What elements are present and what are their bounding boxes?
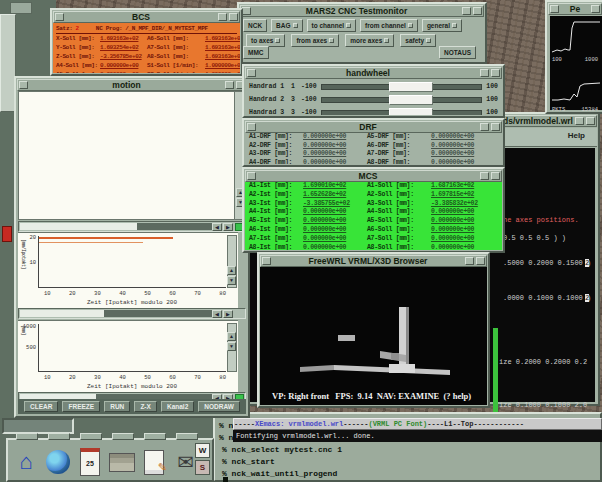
scroll-down-icon[interactable]: ▼ bbox=[227, 342, 236, 351]
file-manager-icon[interactable] bbox=[108, 446, 136, 478]
minimize-button[interactable] bbox=[480, 123, 489, 131]
subpanel-tab[interactable] bbox=[176, 433, 198, 440]
minimize-button[interactable] bbox=[480, 172, 489, 180]
maximize-button[interactable] bbox=[491, 172, 500, 180]
subpanel-tab[interactable] bbox=[48, 433, 70, 440]
maximize-button[interactable] bbox=[229, 13, 238, 21]
testmonitor-window[interactable]: MARS2 CNC Testmonitor NCK BAG to channel… bbox=[237, 2, 487, 64]
minimize-button[interactable] bbox=[462, 7, 471, 15]
slider-thumb[interactable] bbox=[389, 108, 433, 116]
scroll-right-icon[interactable]: ▶ bbox=[223, 310, 233, 318]
run-button[interactable]: RUN bbox=[104, 401, 130, 412]
titlebar[interactable]: handwheel bbox=[245, 67, 502, 79]
window-menu-icon[interactable] bbox=[550, 5, 559, 13]
maximize-button[interactable] bbox=[476, 257, 485, 265]
scroll-left-icon[interactable]: ◀ bbox=[212, 223, 222, 231]
titlebar[interactable]: motion bbox=[17, 79, 247, 91]
browser-globe-icon[interactable] bbox=[44, 446, 72, 478]
clear-button[interactable]: CLEAR bbox=[24, 401, 58, 412]
subpanel-tab[interactable] bbox=[112, 433, 134, 440]
from-axes-menu[interactable]: from axes bbox=[291, 34, 339, 47]
mcs-window[interactable]: MCS A1-Ist [mm]:1.690010e+02A1-Soll [mm]… bbox=[242, 167, 505, 253]
subpanel-tab[interactable] bbox=[80, 433, 102, 440]
slider-thumb[interactable] bbox=[389, 95, 433, 105]
minimize-button[interactable] bbox=[480, 69, 489, 77]
scroll-thumb[interactable] bbox=[137, 223, 221, 230]
handwheel-window[interactable]: handwheel Handrad 1 1 -100 100 Handrad 2… bbox=[242, 64, 505, 118]
bag-menu[interactable]: BAG bbox=[271, 19, 302, 32]
window-menu-icon[interactable] bbox=[247, 172, 256, 180]
maximize-button[interactable] bbox=[491, 69, 500, 77]
freeze-button[interactable]: FREEZE bbox=[62, 401, 100, 412]
maximize-button[interactable] bbox=[586, 117, 595, 125]
freewrl-window[interactable]: FreeWRL VRML/X3D Browser VP: Right front… bbox=[257, 252, 490, 408]
scroll-right-icon[interactable]: ▶ bbox=[223, 223, 233, 231]
plot1-xlabel: Zeit [Ipotakt] modulo 200 bbox=[38, 299, 226, 306]
slider-thumb[interactable] bbox=[389, 82, 433, 92]
window-menu-icon[interactable] bbox=[247, 69, 256, 77]
window-menu-icon[interactable] bbox=[262, 257, 271, 265]
bcs-window[interactable]: BCS Satz: 2 NC Prog: /_N_MPF_DIR/_N_MYTE… bbox=[50, 8, 243, 76]
zx-button[interactable]: Z-X bbox=[134, 401, 156, 412]
maximize-button[interactable] bbox=[591, 5, 600, 13]
from-channel-menu[interactable]: from channel bbox=[360, 19, 418, 32]
maximize-button[interactable] bbox=[491, 123, 500, 131]
scroll-left-icon[interactable]: ◀ bbox=[212, 310, 222, 318]
motion-canvas[interactable] bbox=[18, 91, 238, 220]
home-icon[interactable]: ⌂ bbox=[12, 446, 40, 478]
minimize-button[interactable] bbox=[225, 81, 234, 89]
menu-help[interactable]: Help bbox=[568, 131, 585, 140]
terminal-cursor[interactable] bbox=[223, 477, 228, 482]
workspace-w-button[interactable]: W bbox=[195, 443, 210, 458]
more-axes-menu[interactable]: more axes bbox=[345, 34, 394, 47]
titlebar[interactable]: MCS bbox=[245, 170, 502, 182]
scroll-track[interactable] bbox=[20, 223, 221, 230]
nck-button[interactable]: NCK bbox=[243, 19, 267, 32]
red-widget[interactable] bbox=[2, 226, 12, 242]
minimize-button[interactable] bbox=[465, 257, 474, 265]
scroll-down-icon[interactable]: ▼ bbox=[227, 276, 236, 285]
scroll-up-icon[interactable]: ▲ bbox=[227, 332, 236, 341]
scroll-thumb[interactable] bbox=[104, 310, 221, 317]
titlebar[interactable]: MARS2 CNC Testmonitor bbox=[240, 5, 484, 17]
titlebar[interactable]: Pe bbox=[548, 3, 602, 15]
subpanel-tab[interactable] bbox=[16, 433, 38, 440]
titlebar[interactable]: BCS bbox=[53, 11, 240, 23]
titlebar[interactable]: DRF bbox=[245, 121, 502, 133]
drf-window[interactable]: DRF A1-DRF [mm]:0.000000e+00A5-DRF [mm]:… bbox=[242, 118, 505, 167]
window-menu-icon[interactable] bbox=[19, 81, 28, 89]
scroll-track[interactable] bbox=[20, 310, 221, 317]
vertical-scrollbar[interactable]: ▲ ▼ bbox=[227, 323, 237, 372]
subpanel-tab[interactable] bbox=[144, 433, 166, 440]
notaus-button[interactable]: NOTAUS bbox=[439, 46, 476, 59]
horizontal-scrollbar[interactable]: ◀ ▶ bbox=[18, 308, 246, 319]
perf-window[interactable]: Pe 100 1000 PKTS 15384 bbox=[545, 0, 602, 114]
text-note-icon[interactable]: ✎ bbox=[140, 446, 168, 478]
safety-menu[interactable]: safety bbox=[400, 34, 436, 47]
titlebar[interactable]: FreeWRL VRML/X3D Browser bbox=[260, 255, 487, 267]
mmc-button[interactable]: MMC bbox=[243, 46, 269, 59]
scroll-up-icon[interactable]: ▲ bbox=[227, 266, 236, 275]
window-menu-icon[interactable] bbox=[242, 7, 251, 15]
minimize-button[interactable] bbox=[218, 13, 227, 21]
vrml-canvas[interactable]: VP: Right front FPS: 9.14 NAV: EXAMINE (… bbox=[260, 267, 487, 405]
window-menu-icon[interactable] bbox=[55, 13, 64, 21]
cell-label: A6-Soll [mm]: bbox=[367, 226, 431, 235]
emacs-modeline[interactable]: ----- XEmacs: vrmlmodel.wrl ------ (VRML… bbox=[233, 418, 602, 430]
general-menu[interactable]: general bbox=[422, 19, 462, 32]
motion-window[interactable]: motion ▲ ▼ ◀ ▶ [mm/Ipotakt] 20 10 10 bbox=[14, 76, 250, 418]
handwheel-slider[interactable] bbox=[321, 84, 483, 90]
maximize-button[interactable] bbox=[473, 7, 482, 15]
cell-label: A4-Ist [mm]: bbox=[249, 208, 303, 217]
minimize-button[interactable] bbox=[575, 117, 584, 125]
vertical-scrollbar[interactable]: ▲ ▼ bbox=[227, 235, 237, 288]
kanal2-button[interactable]: Kanal2 bbox=[161, 401, 194, 412]
window-menu-icon[interactable] bbox=[247, 123, 256, 131]
workspace-s-button[interactable]: S bbox=[195, 460, 210, 475]
horizontal-scrollbar[interactable]: ◀ ▶ bbox=[18, 221, 246, 232]
to-channel-menu[interactable]: to channel bbox=[307, 19, 357, 32]
calendar-icon[interactable]: 25 bbox=[76, 446, 104, 478]
nodraw-button[interactable]: NODRAW bbox=[198, 401, 240, 412]
handwheel-slider[interactable] bbox=[321, 110, 483, 116]
handwheel-slider[interactable] bbox=[321, 97, 483, 103]
